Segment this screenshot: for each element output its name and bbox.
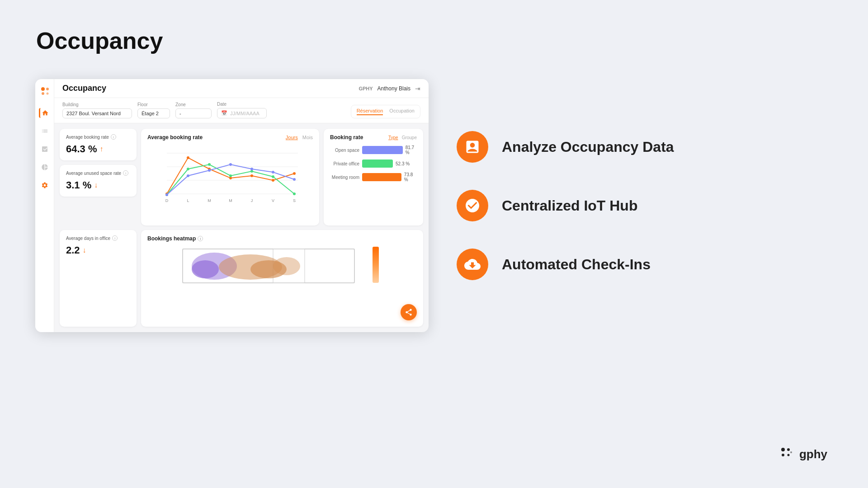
sidebar-logo — [38, 84, 51, 97]
stat-booking-value: 64.3 % ↑ — [66, 143, 130, 155]
line-chart-card: Average booking rate Jours Mois — [141, 129, 319, 225]
user-name: Anthony Blais — [377, 85, 410, 92]
sidebar-item-analytics[interactable] — [40, 144, 50, 154]
bar-tab-groupe[interactable]: Groupe — [402, 135, 417, 140]
bar-fill-openspace — [362, 146, 403, 154]
sidebar-item-pie[interactable] — [40, 162, 50, 172]
iot-icon-circle — [457, 190, 488, 221]
svg-point-26 — [250, 168, 253, 170]
bar-track-private: Private office 52.3 % — [330, 160, 417, 168]
heatmap-svg — [147, 244, 417, 287]
svg-point-25 — [229, 163, 232, 166]
bar-pct-private: 52.3 % — [396, 161, 410, 166]
svg-rect-44 — [373, 247, 379, 283]
building-filter: Building 2327 Boul. Versant Nord — [62, 102, 132, 118]
svg-point-16 — [187, 168, 189, 170]
bar-tabs: Type Groupe — [388, 135, 417, 140]
svg-point-48 — [787, 454, 789, 456]
dashboard-grid: Average booking rate i 64.3 % ↑ Average … — [54, 123, 429, 332]
sidebar — [35, 79, 54, 332]
svg-point-46 — [787, 448, 790, 451]
svg-text:S: S — [293, 198, 296, 203]
sidebar-item-home[interactable] — [39, 108, 49, 118]
check-icon — [464, 197, 481, 214]
svg-text:M: M — [229, 198, 232, 203]
floor-select[interactable]: Étage 2 — [137, 108, 170, 118]
bar-pct-openspace: 81.7 % — [406, 145, 417, 155]
stat-days-in-office: Average days in office i 2.2 ↓ — [60, 230, 137, 327]
feature-checkin-label: Automated Check-Ins — [502, 256, 651, 273]
dashboard-window: Occupancy GPHY Anthony Blais ⇥ Building … — [35, 79, 429, 332]
svg-point-9 — [187, 156, 189, 159]
date-placeholder: JJ/MM/AAAA — [230, 111, 259, 116]
trend-down-icon-days: ↓ — [83, 246, 86, 254]
svg-point-1 — [46, 88, 49, 90]
svg-point-17 — [208, 163, 211, 166]
info-icon-booking[interactable]: i — [111, 134, 116, 140]
svg-point-49 — [790, 451, 792, 453]
svg-point-18 — [229, 174, 232, 177]
svg-point-0 — [41, 87, 45, 91]
svg-point-21 — [293, 192, 296, 195]
svg-point-2 — [42, 92, 44, 95]
heatmap-title: Bookings heatmap i — [147, 235, 417, 242]
svg-text:J: J — [251, 198, 253, 203]
bar-label-meeting: Meeting room — [330, 175, 359, 180]
stat-unused-label: Average unused space rate i — [66, 170, 130, 176]
logo-dots-icon — [778, 445, 795, 463]
zone-label: Zone — [175, 102, 212, 107]
heatmap-card: Bookings heatmap i — [141, 230, 423, 327]
bar-track-openspace: Open space 81.7 % — [330, 145, 417, 155]
brand-label: GPHY — [359, 86, 373, 91]
bar-pct-meeting: 73.8 % — [404, 172, 417, 182]
trend-up-icon: ↑ — [100, 145, 104, 153]
info-icon-days[interactable]: i — [112, 235, 118, 241]
zone-select[interactable]: - — [175, 108, 212, 118]
svg-point-24 — [208, 169, 211, 172]
bar-label-openspace: Open space — [330, 148, 359, 153]
svg-point-27 — [272, 171, 274, 174]
bar-row-openspace: Open space 81.7 % — [330, 145, 417, 155]
tab-occupation[interactable]: Occupation — [389, 108, 415, 115]
tab-reservation[interactable]: Réservation — [357, 108, 383, 115]
stat-booking-rate: Average booking rate i 64.3 % ↑ — [60, 129, 137, 160]
bar-chart-card: Booking rate Type Groupe Open space 81.7… — [324, 129, 423, 225]
bar-header: Booking rate Type Groupe — [330, 134, 417, 141]
feature-analyze-label: Analyze Occupancy Data — [502, 139, 674, 155]
main-content: Occupancy GPHY Anthony Blais ⇥ Building … — [54, 79, 429, 332]
cloud-icon — [464, 256, 481, 272]
stat-booking-label: Average booking rate i — [66, 134, 130, 140]
stat-days-value: 2.2 ↓ — [66, 244, 130, 256]
chart-tab-mois[interactable]: Mois — [302, 135, 313, 140]
date-input[interactable]: 📅 JJ/MM/AAAA — [217, 108, 267, 118]
checkin-icon-circle — [457, 249, 488, 280]
svg-point-23 — [187, 174, 189, 177]
analyze-icon-circle — [457, 131, 488, 163]
feature-analyze: Analyze Occupancy Data — [457, 131, 674, 163]
feature-checkin: Automated Check-Ins — [457, 249, 674, 280]
building-select[interactable]: 2327 Boul. Versant Nord — [62, 108, 132, 118]
share-button[interactable] — [401, 304, 417, 320]
chart-tab-jours[interactable]: Jours — [286, 135, 298, 140]
zone-filter: Zone - — [175, 102, 212, 118]
floor-label: Floor — [137, 102, 170, 107]
stat-days-label: Average days in office i — [66, 235, 130, 241]
trend-down-icon-unused: ↓ — [94, 181, 98, 189]
sidebar-item-list[interactable] — [40, 126, 50, 136]
info-icon-unused[interactable]: i — [123, 170, 128, 176]
date-filter: Date 📅 JJ/MM/AAAA — [217, 102, 267, 118]
info-icon-heatmap[interactable]: i — [198, 236, 203, 241]
bar-label-private: Private office — [330, 161, 359, 166]
floor-filter: Floor Étage 2 — [137, 102, 170, 118]
svg-point-22 — [165, 193, 168, 196]
logout-button[interactable]: ⇥ — [415, 85, 420, 92]
sidebar-item-settings[interactable] — [40, 180, 50, 190]
svg-text:V: V — [272, 198, 274, 203]
stat-column-top: Average booking rate i 64.3 % ↑ Average … — [60, 129, 137, 225]
svg-point-20 — [272, 175, 274, 178]
logo-text: gphy — [799, 447, 827, 461]
bar-tab-type[interactable]: Type — [388, 135, 398, 140]
svg-rect-38 — [305, 249, 354, 283]
svg-text:D: D — [165, 198, 169, 203]
svg-point-28 — [293, 178, 296, 181]
